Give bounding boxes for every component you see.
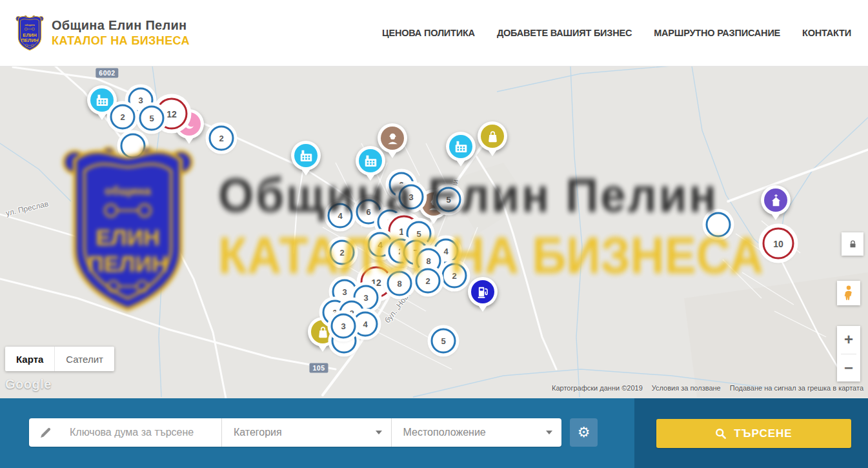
nav-item-3[interactable]: КОНТАКТИ bbox=[802, 28, 851, 38]
nav-item-0[interactable]: ЦЕНОВА ПОЛИТИКА bbox=[382, 28, 475, 38]
factory-icon bbox=[449, 135, 472, 158]
bag-pin-marker[interactable] bbox=[478, 121, 507, 151]
cluster-marker[interactable]: 2 bbox=[416, 269, 441, 294]
lock-control[interactable] bbox=[842, 232, 863, 256]
cluster-marker[interactable]: 5 bbox=[436, 187, 461, 212]
attribution-text: Картографски данни ©2019 bbox=[552, 384, 643, 392]
top-header: община ЕЛИН ПЕЛИН Община Елин Пелин КАТА… bbox=[0, 0, 868, 66]
cluster-marker[interactable]: 3 bbox=[331, 314, 356, 339]
road-shield-label: 6002 bbox=[96, 68, 118, 78]
fuel-icon bbox=[471, 280, 494, 303]
lock-icon bbox=[848, 239, 858, 250]
worker-icon bbox=[381, 127, 404, 150]
svg-text:ПЕЛИН: ПЕЛИН bbox=[21, 37, 39, 43]
location-select[interactable]: Местоположение bbox=[392, 418, 561, 447]
factory-pin-marker[interactable] bbox=[291, 141, 321, 170]
factory-pin-marker[interactable] bbox=[446, 132, 476, 161]
bag-icon bbox=[481, 125, 504, 148]
road-shield-label: 105 bbox=[309, 363, 328, 373]
fuel-pin-marker[interactable] bbox=[468, 277, 498, 307]
factory-pin-marker[interactable] bbox=[356, 146, 385, 176]
church-icon bbox=[764, 188, 787, 212]
advanced-settings-button[interactable]: ⚙ bbox=[570, 418, 598, 447]
cluster-marker[interactable]: 2 bbox=[442, 263, 467, 289]
keyword-section bbox=[29, 418, 222, 447]
category-select-value: Категория bbox=[234, 427, 282, 438]
factory-icon bbox=[294, 144, 318, 167]
cluster-marker[interactable]: 5 bbox=[431, 329, 456, 354]
header-logo[interactable]: община ЕЛИН ПЕЛИН Община Елин Пелин КАТА… bbox=[14, 12, 190, 54]
attribution-link[interactable]: Условия за ползване bbox=[652, 384, 721, 392]
cluster-marker[interactable]: 4 bbox=[328, 203, 353, 229]
factory-icon bbox=[90, 88, 114, 112]
svg-text:община: община bbox=[25, 23, 35, 26]
site-subtitle: КАТАЛОГ НА БИЗНЕСА bbox=[52, 34, 190, 48]
nav-item-1[interactable]: ДОБАВЕТЕ ВАШИЯТ БИЗНЕС bbox=[497, 28, 632, 38]
gear-icon: ⚙ bbox=[578, 424, 590, 441]
map-type-map-button[interactable]: Карта bbox=[5, 347, 54, 371]
chevron-down-icon bbox=[546, 431, 552, 434]
search-button-label: ТЪРСЕНЕ bbox=[734, 427, 792, 440]
map-type-control: Карта Сателит bbox=[5, 347, 114, 371]
worker-pin-marker[interactable] bbox=[378, 123, 407, 153]
factory-icon bbox=[359, 149, 382, 172]
category-select[interactable]: Категория bbox=[222, 418, 392, 447]
map-type-satellite-button[interactable]: Сателит bbox=[54, 347, 114, 371]
church-pin-marker[interactable] bbox=[761, 185, 791, 215]
nav-item-2[interactable]: МАРШРУТНО РАЗПИСАНИЕ bbox=[654, 28, 780, 38]
street-view-pegman[interactable] bbox=[837, 281, 860, 305]
cluster-marker[interactable]: 3 bbox=[399, 185, 424, 210]
location-select-value: Местоположение bbox=[403, 427, 486, 438]
cluster-marker[interactable]: 4 bbox=[353, 312, 378, 337]
zoom-in-button[interactable]: + bbox=[837, 326, 860, 354]
cluster-marker[interactable] bbox=[706, 212, 731, 238]
keyword-search-input[interactable] bbox=[68, 426, 221, 439]
cluster-marker[interactable]: 8 bbox=[387, 271, 412, 296]
pegman-icon bbox=[842, 285, 855, 301]
svg-text:ЕЛИН: ЕЛИН bbox=[23, 32, 36, 38]
main-nav: ЦЕНОВА ПОЛИТИКАДОБАВЕТЕ ВАШИЯТ БИЗНЕСМАР… bbox=[382, 28, 851, 38]
chevron-down-icon bbox=[376, 431, 382, 434]
zoom-control: + − bbox=[837, 326, 860, 382]
cluster-marker[interactable]: 2 bbox=[330, 240, 355, 265]
pencil-icon bbox=[39, 427, 52, 439]
zoom-out-button[interactable]: − bbox=[837, 354, 860, 382]
cluster-marker[interactable]: 2 bbox=[110, 105, 136, 130]
map-attribution: Картографски данни ©2019Условия за ползв… bbox=[552, 384, 863, 392]
search-button[interactable]: ТЪРСЕНЕ bbox=[656, 419, 851, 448]
cluster-marker[interactable]: 2 bbox=[209, 126, 234, 151]
cluster-marker[interactable] bbox=[121, 134, 146, 159]
map-canvas[interactable]: 31225223564713510424278221283338435 общи… bbox=[0, 66, 868, 398]
search-input-group: Категория Местоположение bbox=[29, 418, 561, 447]
search-icon bbox=[715, 428, 727, 440]
municipality-crest-icon: община ЕЛИН ПЕЛИН bbox=[14, 12, 45, 54]
attribution-link[interactable]: Подаване на сигнал за грешка в картата bbox=[730, 384, 863, 392]
cluster-marker[interactable]: 5 bbox=[139, 106, 165, 131]
cluster-marker[interactable]: 10 bbox=[763, 228, 794, 259]
google-logo[interactable]: Google bbox=[5, 377, 52, 392]
site-title: Община Елин Пелин bbox=[52, 18, 190, 33]
search-bar: Категория Местоположение ⚙ ТЪРСЕНЕ bbox=[0, 398, 868, 468]
